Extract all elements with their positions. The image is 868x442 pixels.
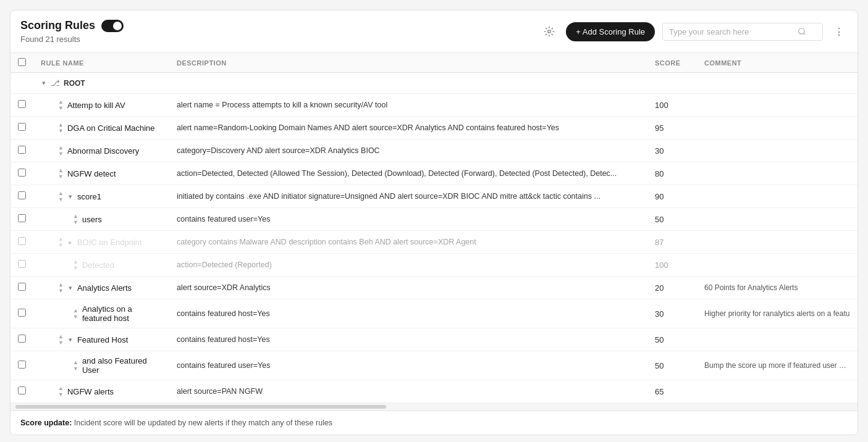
score-cell: [647, 73, 697, 94]
found-results: Found 21 results: [20, 35, 124, 44]
rule-name-cell: ▲▼ NGFW alerts: [33, 380, 169, 403]
search-input[interactable]: [669, 27, 793, 36]
expand-button[interactable]: ▾: [67, 191, 74, 202]
search-container: [662, 23, 823, 41]
table-row: ▲▼ users contains featured user=Yes50: [11, 208, 857, 231]
comment-cell: [697, 185, 857, 208]
table-row: ▲▼ DGA on Critical Machine alert name=Ra…: [11, 117, 857, 140]
sort-arrows[interactable]: ▲▼: [58, 190, 64, 202]
description-cell: alert name = Process attempts to kill a …: [169, 94, 647, 117]
settings-button[interactable]: [540, 22, 558, 41]
rule-name-cell: ▲▼ Abnormal Discovery: [33, 140, 169, 162]
page-title: Scoring Rules: [20, 19, 95, 32]
description-cell: contains featured user=Yes: [169, 208, 647, 231]
sort-arrows[interactable]: ▲▼: [58, 333, 64, 346]
row-checkbox-cell: [11, 328, 33, 351]
sort-arrows[interactable]: ▲▼: [58, 281, 64, 294]
comment-cell: [697, 162, 857, 185]
score-cell: 30: [647, 299, 697, 328]
row-checkbox[interactable]: [18, 386, 26, 394]
sort-arrows[interactable]: ▲▼: [58, 385, 64, 398]
sort-arrows[interactable]: ▲▼: [58, 167, 64, 180]
row-checkbox-cell: [11, 117, 33, 140]
sort-arrows[interactable]: ▲▼: [58, 144, 64, 157]
table-row: ▲▼ Analytics on a featured host contains…: [11, 299, 857, 328]
row-checkbox[interactable]: [18, 191, 26, 199]
rule-name-label: NGFW detect: [67, 169, 116, 178]
select-all-checkbox[interactable]: [18, 58, 26, 66]
row-checkbox[interactable]: [18, 214, 26, 222]
table-row: ▲▼ Detected action=Detected (Reported)10…: [11, 254, 857, 277]
expand-root-button[interactable]: ▾: [41, 78, 47, 88]
header-title-row: Scoring Rules: [20, 19, 124, 32]
expand-button[interactable]: ▾: [67, 283, 74, 293]
description-cell: [169, 73, 647, 94]
header-left: Scoring Rules Found 21 results: [20, 19, 124, 44]
sort-arrows[interactable]: ▲▼: [73, 259, 78, 271]
score-cell: 80: [647, 162, 697, 185]
row-checkbox[interactable]: [18, 335, 26, 343]
row-checkbox-cell: [11, 162, 33, 185]
row-checkbox-cell: [11, 208, 33, 231]
row-checkbox[interactable]: [18, 260, 26, 268]
table-row: ▲▼ Attemp to kill AV alert name = Proces…: [11, 94, 857, 117]
rule-name-cell: ▲▼ DGA on Critical Machine: [33, 117, 169, 140]
rule-name-label: Analytics on a featured host: [82, 304, 162, 323]
rule-name-label: score1: [77, 192, 101, 201]
rule-name-cell: ▲▼ ▾ Featured Host: [33, 328, 169, 351]
col-description: DESCRIPTION: [169, 53, 647, 73]
more-options-button[interactable]: ⋮: [830, 22, 848, 41]
rule-name-label: BOIC on Endpoint: [77, 238, 142, 247]
comment-cell: [697, 380, 857, 403]
rule-name-cell: ▲▼ ▸ BOIC on Endpoint: [33, 231, 169, 254]
settings-icon: [544, 26, 555, 37]
row-checkbox[interactable]: [18, 237, 26, 245]
rule-name-cell: ▲▼ Analytics on a featured host: [33, 299, 169, 328]
comment-cell: [697, 328, 857, 351]
score-cell: 20: [647, 277, 697, 299]
rule-name-label: Attemp to kill AV: [67, 101, 125, 110]
comment-cell: [697, 231, 857, 254]
row-checkbox[interactable]: [18, 100, 26, 108]
sort-arrows[interactable]: ▲▼: [73, 307, 78, 320]
comment-cell: Higher priority for ranalytics alerts on…: [697, 299, 857, 328]
table-row: ▲▼ ▾ score1 initiated by contains .exe A…: [11, 185, 857, 208]
row-checkbox[interactable]: [18, 361, 26, 369]
sort-arrows[interactable]: ▲▼: [58, 236, 64, 248]
horizontal-scrollbar[interactable]: [11, 403, 857, 411]
expand-button[interactable]: ▸: [67, 237, 74, 248]
score-cell: 100: [647, 254, 697, 277]
row-checkbox[interactable]: [18, 146, 26, 154]
sort-arrows[interactable]: ▲▼: [73, 213, 78, 225]
score-cell: 65: [647, 380, 697, 403]
description-cell: category=Discovery AND alert source=XDR …: [169, 140, 647, 162]
scoring-rules-toggle[interactable]: [101, 20, 124, 32]
row-checkbox-cell: [11, 231, 33, 254]
table-row: ▲▼ ▾ Analytics Alerts alert source=XDR A…: [11, 277, 857, 299]
row-checkbox[interactable]: [18, 309, 26, 317]
description-cell: alert source=PAN NGFW: [169, 380, 647, 403]
comment-cell: [697, 94, 857, 117]
row-checkbox[interactable]: [18, 123, 26, 131]
scrollbar-thumb: [15, 405, 386, 409]
search-icon: [798, 27, 806, 36]
add-scoring-rule-button[interactable]: + Add Scoring Rule: [566, 22, 655, 41]
row-checkbox[interactable]: [18, 283, 26, 291]
comment-cell: [697, 73, 857, 94]
comment-cell: [697, 254, 857, 277]
description-cell: category contains Malware AND descriptio…: [169, 231, 647, 254]
row-checkbox[interactable]: [18, 169, 26, 177]
table-row: ▲▼ NGFW detect action=Detected, Detected…: [11, 162, 857, 185]
sort-arrows[interactable]: ▲▼: [58, 122, 64, 134]
table-header-row: RULE NAME DESCRIPTION SCORE COMMENT: [11, 53, 857, 73]
rule-name-cell: ▲▼ NGFW detect: [33, 162, 169, 185]
description-cell: alert source=XDR Analytics: [169, 277, 647, 299]
footer-bold: Score update:: [20, 419, 72, 427]
scoring-rules-table: RULE NAME DESCRIPTION SCORE COMMENT ▾ ⎇ …: [11, 53, 857, 403]
expand-button[interactable]: ▾: [67, 335, 74, 345]
table-row: ▲▼ NGFW alerts alert source=PAN NGFW65: [11, 380, 857, 403]
comment-cell: [697, 140, 857, 162]
sort-arrows[interactable]: ▲▼: [58, 99, 64, 111]
sort-arrows[interactable]: ▲▼: [73, 359, 78, 372]
rule-name-label: Abnormal Discovery: [67, 146, 139, 156]
